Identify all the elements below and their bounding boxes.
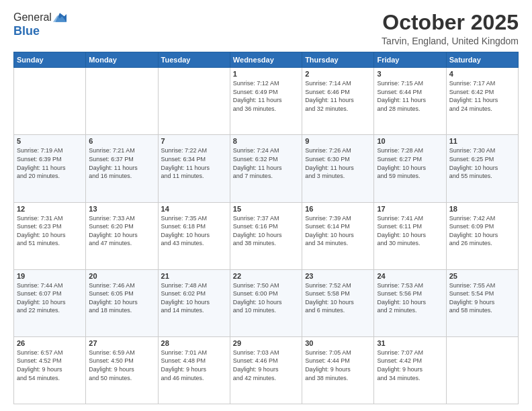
day-number: 27: [89, 339, 154, 347]
day-info: Sunrise: 7:05 AM Sunset: 4:44 PM Dayligh…: [305, 349, 371, 382]
day-info: Sunrise: 7:33 AM Sunset: 6:20 PM Dayligh…: [89, 214, 154, 248]
table-row: 30Sunrise: 7:05 AM Sunset: 4:44 PM Dayli…: [302, 336, 374, 404]
day-number: 28: [161, 339, 227, 347]
day-info: Sunrise: 7:22 AM Sunset: 6:34 PM Dayligh…: [161, 146, 227, 180]
day-info: Sunrise: 7:17 AM Sunset: 6:42 PM Dayligh…: [449, 79, 515, 113]
table-row: [446, 336, 518, 404]
day-number: 25: [449, 272, 515, 280]
table-row: 10Sunrise: 7:28 AM Sunset: 6:27 PM Dayli…: [374, 135, 446, 202]
table-row: 26Sunrise: 6:57 AM Sunset: 4:52 PM Dayli…: [14, 336, 86, 404]
table-row: [14, 68, 86, 135]
day-number: 22: [233, 272, 299, 280]
day-info: Sunrise: 7:01 AM Sunset: 4:48 PM Dayligh…: [161, 349, 227, 382]
day-info: Sunrise: 6:57 AM Sunset: 4:52 PM Dayligh…: [17, 349, 83, 382]
table-row: 22Sunrise: 7:50 AM Sunset: 6:00 PM Dayli…: [230, 269, 302, 336]
day-info: Sunrise: 7:21 AM Sunset: 6:37 PM Dayligh…: [89, 146, 154, 180]
table-row: [158, 68, 230, 135]
col-saturday: Saturday: [446, 52, 518, 68]
logo-general: General: [13, 11, 52, 24]
day-info: Sunrise: 7:15 AM Sunset: 6:44 PM Dayligh…: [377, 79, 443, 113]
table-row: 27Sunrise: 6:59 AM Sunset: 4:50 PM Dayli…: [86, 336, 158, 404]
table-row: 3Sunrise: 7:15 AM Sunset: 6:44 PM Daylig…: [374, 68, 446, 135]
table-row: [86, 68, 158, 135]
day-number: 10: [377, 137, 443, 145]
table-row: 8Sunrise: 7:24 AM Sunset: 6:32 PM Daylig…: [230, 135, 302, 202]
day-number: 3: [377, 70, 443, 78]
col-tuesday: Tuesday: [158, 52, 230, 68]
calendar-week-row: 26Sunrise: 6:57 AM Sunset: 4:52 PM Dayli…: [14, 336, 519, 404]
day-number: 24: [377, 272, 443, 280]
table-row: 29Sunrise: 7:03 AM Sunset: 4:46 PM Dayli…: [230, 336, 302, 404]
table-row: 6Sunrise: 7:21 AM Sunset: 6:37 PM Daylig…: [86, 135, 158, 202]
col-friday: Friday: [374, 52, 446, 68]
day-info: Sunrise: 7:31 AM Sunset: 6:23 PM Dayligh…: [17, 214, 83, 248]
table-row: 19Sunrise: 7:44 AM Sunset: 6:07 PM Dayli…: [14, 269, 86, 336]
table-row: 5Sunrise: 7:19 AM Sunset: 6:39 PM Daylig…: [14, 135, 86, 202]
day-number: 14: [161, 205, 227, 213]
day-number: 2: [305, 70, 371, 78]
day-info: Sunrise: 7:14 AM Sunset: 6:46 PM Dayligh…: [305, 79, 371, 113]
day-info: Sunrise: 7:07 AM Sunset: 4:42 PM Dayligh…: [377, 349, 443, 382]
page-header: General Blue October 2025 Tarvin, Englan…: [13, 11, 519, 46]
day-number: 7: [161, 137, 227, 145]
table-row: 17Sunrise: 7:41 AM Sunset: 6:11 PM Dayli…: [374, 202, 446, 269]
day-info: Sunrise: 7:03 AM Sunset: 4:46 PM Dayligh…: [233, 349, 299, 382]
day-info: Sunrise: 7:19 AM Sunset: 6:39 PM Dayligh…: [17, 146, 83, 180]
month-title: October 2025: [382, 11, 519, 34]
calendar-week-row: 12Sunrise: 7:31 AM Sunset: 6:23 PM Dayli…: [14, 202, 519, 269]
day-number: 30: [305, 339, 371, 347]
day-number: 1: [233, 70, 299, 78]
table-row: 7Sunrise: 7:22 AM Sunset: 6:34 PM Daylig…: [158, 135, 230, 202]
day-info: Sunrise: 7:35 AM Sunset: 6:18 PM Dayligh…: [161, 214, 227, 248]
col-monday: Monday: [86, 52, 158, 68]
table-row: 20Sunrise: 7:46 AM Sunset: 6:05 PM Dayli…: [86, 269, 158, 336]
calendar-week-row: 1Sunrise: 7:12 AM Sunset: 6:49 PM Daylig…: [14, 68, 519, 135]
day-info: Sunrise: 7:12 AM Sunset: 6:49 PM Dayligh…: [233, 79, 299, 113]
day-number: 13: [89, 205, 154, 213]
day-number: 16: [305, 205, 371, 213]
day-number: 9: [305, 137, 371, 145]
day-info: Sunrise: 7:44 AM Sunset: 6:07 PM Dayligh…: [17, 281, 83, 315]
day-info: Sunrise: 7:42 AM Sunset: 6:09 PM Dayligh…: [449, 214, 515, 248]
location: Tarvin, England, United Kingdom: [382, 36, 519, 46]
table-row: 18Sunrise: 7:42 AM Sunset: 6:09 PM Dayli…: [446, 202, 518, 269]
table-row: 21Sunrise: 7:48 AM Sunset: 6:02 PM Dayli…: [158, 269, 230, 336]
day-info: Sunrise: 7:41 AM Sunset: 6:11 PM Dayligh…: [377, 214, 443, 248]
day-number: 29: [233, 339, 299, 347]
calendar-week-row: 5Sunrise: 7:19 AM Sunset: 6:39 PM Daylig…: [14, 135, 519, 202]
table-row: 23Sunrise: 7:52 AM Sunset: 5:58 PM Dayli…: [302, 269, 374, 336]
table-row: 31Sunrise: 7:07 AM Sunset: 4:42 PM Dayli…: [374, 336, 446, 404]
table-row: 9Sunrise: 7:26 AM Sunset: 6:30 PM Daylig…: [302, 135, 374, 202]
col-sunday: Sunday: [14, 52, 86, 68]
day-number: 6: [89, 137, 154, 145]
day-number: 17: [377, 205, 443, 213]
calendar-week-row: 19Sunrise: 7:44 AM Sunset: 6:07 PM Dayli…: [14, 269, 519, 336]
day-number: 31: [377, 339, 443, 347]
calendar-header-row: Sunday Monday Tuesday Wednesday Thursday…: [14, 52, 519, 68]
day-number: 19: [17, 272, 83, 280]
day-number: 20: [89, 272, 154, 280]
day-number: 18: [449, 205, 515, 213]
table-row: 13Sunrise: 7:33 AM Sunset: 6:20 PM Dayli…: [86, 202, 158, 269]
day-number: 12: [17, 205, 83, 213]
day-number: 11: [449, 137, 515, 145]
table-row: 2Sunrise: 7:14 AM Sunset: 6:46 PM Daylig…: [302, 68, 374, 135]
table-row: 15Sunrise: 7:37 AM Sunset: 6:16 PM Dayli…: [230, 202, 302, 269]
table-row: 4Sunrise: 7:17 AM Sunset: 6:42 PM Daylig…: [446, 68, 518, 135]
day-number: 23: [305, 272, 371, 280]
day-info: Sunrise: 7:30 AM Sunset: 6:25 PM Dayligh…: [449, 146, 515, 180]
day-number: 26: [17, 339, 83, 347]
day-number: 21: [161, 272, 227, 280]
day-info: Sunrise: 7:48 AM Sunset: 6:02 PM Dayligh…: [161, 281, 227, 315]
day-number: 15: [233, 205, 299, 213]
day-info: Sunrise: 7:55 AM Sunset: 5:54 PM Dayligh…: [449, 281, 515, 315]
day-info: Sunrise: 7:37 AM Sunset: 6:16 PM Dayligh…: [233, 214, 299, 248]
table-row: 24Sunrise: 7:53 AM Sunset: 5:56 PM Dayli…: [374, 269, 446, 336]
table-row: 25Sunrise: 7:55 AM Sunset: 5:54 PM Dayli…: [446, 269, 518, 336]
day-number: 5: [17, 137, 83, 145]
day-info: Sunrise: 6:59 AM Sunset: 4:50 PM Dayligh…: [89, 349, 154, 382]
day-info: Sunrise: 7:53 AM Sunset: 5:56 PM Dayligh…: [377, 281, 443, 315]
table-row: 16Sunrise: 7:39 AM Sunset: 6:14 PM Dayli…: [302, 202, 374, 269]
day-number: 4: [449, 70, 515, 78]
table-row: 28Sunrise: 7:01 AM Sunset: 4:48 PM Dayli…: [158, 336, 230, 404]
